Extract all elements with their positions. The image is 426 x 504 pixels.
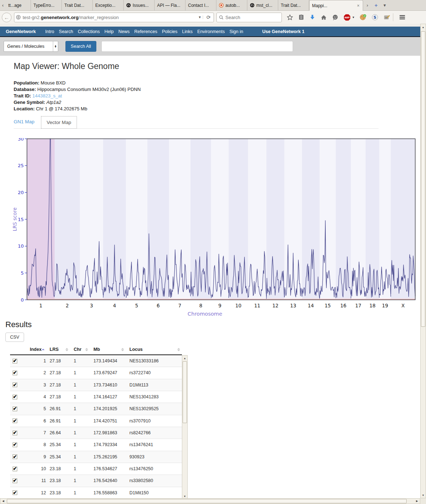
csv-export-button[interactable]: CSV	[5, 333, 24, 342]
table-scrollbar[interactable]: ▲ ▼	[182, 355, 188, 499]
scrapbook-edit-icon[interactable]: se	[383, 14, 390, 21]
tab-overflow-icon[interactable]: ›	[363, 0, 372, 10]
row-checkbox[interactable]: ✔	[13, 478, 17, 483]
browser-tab-1[interactable]: tt...age	[6, 0, 31, 10]
sort-arrows-icon[interactable]	[121, 348, 124, 351]
row-checkbox[interactable]: ✔	[13, 371, 17, 375]
nav-item-news[interactable]: News	[118, 29, 129, 34]
back-button[interactable]: ←	[2, 13, 12, 22]
page-scroll-left-icon[interactable]: ◀	[0, 499, 6, 504]
tab-scroll-left-icon[interactable]: ‹	[0, 0, 6, 10]
url-dropdown-icon[interactable]: ▼	[197, 15, 203, 19]
cell-locus: rs8242766	[126, 430, 182, 435]
cell-lrs: 23.18	[46, 478, 70, 483]
page-vscrollbar-thumb[interactable]	[421, 31, 425, 327]
browser-tab-6[interactable]: API — Fla...	[155, 0, 185, 10]
table-scroll-down-icon[interactable]: ▼	[182, 494, 187, 499]
chromosome-band-15	[320, 139, 336, 300]
nav-item-search[interactable]: Search	[59, 29, 73, 34]
new-tab-button[interactable]: +	[372, 0, 380, 10]
browser-search-box[interactable]	[216, 13, 282, 22]
page-hscrollbar-thumb[interactable]	[7, 499, 407, 503]
reload-icon[interactable]: ⟳	[205, 14, 212, 20]
page-vertical-scrollbar[interactable]: ▲ ▼	[420, 24, 426, 498]
row-checkbox[interactable]: ✔	[13, 359, 17, 363]
site-search-input[interactable]	[101, 41, 293, 52]
table-scroll-up-icon[interactable]: ▲	[182, 356, 187, 361]
sort-arrows-icon[interactable]	[65, 348, 68, 351]
cell-mb: 173.679247	[90, 370, 126, 375]
tab-gn1-map[interactable]: GN1 Map	[14, 119, 35, 125]
browser-tab-8[interactable]: autob...	[216, 0, 247, 10]
row-checkbox[interactable]: ✔	[13, 454, 17, 459]
adblock-dropdown-icon[interactable]: ▼	[352, 16, 355, 19]
nav-item-links[interactable]: Links	[182, 29, 193, 34]
x-tick-chr-12: 12	[272, 303, 278, 308]
browser-tab-11[interactable]: Mappi...×	[309, 0, 363, 11]
browser-search-input[interactable]	[225, 15, 272, 20]
menu-hamburger-icon[interactable]	[399, 14, 406, 21]
chat-smiley-icon[interactable]	[332, 14, 339, 21]
nav-item-references[interactable]: References	[134, 29, 157, 34]
row-checkbox[interactable]: ✔	[13, 431, 17, 435]
row-checkbox[interactable]: ✔	[13, 467, 17, 471]
browser-tab-2[interactable]: TypeErro...	[31, 0, 62, 10]
browser-tab-4[interactable]: Exceptio...	[93, 0, 124, 10]
url-text[interactable]: test-gn2.genenetwork.org/marker_regressi…	[23, 15, 195, 20]
adblock-abp-icon[interactable]: ABP	[343, 14, 351, 21]
url-bar[interactable]: test-gn2.genenetwork.org/marker_regressi…	[14, 13, 214, 22]
cell-mb: 174.164127	[90, 394, 126, 399]
nav-item-help[interactable]: Help	[105, 29, 114, 34]
column-header-mb[interactable]: Mb	[90, 344, 126, 354]
sort-arrows-icon[interactable]	[42, 349, 45, 350]
cookie-check-icon[interactable]	[359, 14, 367, 21]
sort-arrows-icon[interactable]	[177, 348, 180, 351]
chromosome-band-3	[80, 139, 103, 300]
column-header-locus[interactable]: Locus	[126, 344, 182, 354]
row-checkbox[interactable]: ✔	[13, 407, 17, 411]
browser-tab-5[interactable]: Issues...	[124, 0, 155, 10]
tab-close-icon[interactable]: ×	[356, 3, 360, 8]
session-s-icon[interactable]: S	[371, 14, 379, 21]
page-scroll-up-icon[interactable]: ▲	[421, 24, 426, 30]
nav-item-collections[interactable]: Collections	[78, 29, 100, 34]
browser-tab-3[interactable]: Trait Dat...	[62, 0, 93, 10]
brand-genenetwork[interactable]: GeneNetwork	[6, 29, 36, 34]
cell-locus: 930923	[126, 454, 182, 459]
browser-tab-10[interactable]: Trait Dat...	[278, 0, 309, 10]
page-horizontal-scrollbar[interactable]: ◀ ▶	[0, 498, 420, 504]
table-scrollbar-thumb[interactable]	[183, 361, 187, 423]
nav-item-sign-in[interactable]: Sign in	[229, 29, 243, 34]
tab-dropdown-icon[interactable]: ▾	[380, 0, 389, 10]
downloads-icon[interactable]	[309, 14, 316, 20]
info-value[interactable]: 1443823_s_at	[32, 93, 62, 98]
column-header-chr[interactable]: Chr	[70, 344, 90, 354]
tab-vector-map[interactable]: Vector Map	[41, 116, 77, 129]
page-scroll-down-icon[interactable]: ▼	[421, 492, 426, 498]
home-icon[interactable]	[320, 14, 327, 21]
orange-favicon-icon	[219, 3, 224, 8]
row-checkbox[interactable]: ✔	[13, 443, 17, 447]
page-scroll-right-icon[interactable]: ▶	[414, 499, 420, 504]
browser-tab-9[interactable]: mst_cl...	[247, 0, 278, 10]
row-checkbox[interactable]: ✔	[13, 382, 17, 387]
column-header-index[interactable]: Index	[30, 344, 46, 354]
nav-item-policies[interactable]: Policies	[162, 29, 178, 34]
header-checkbox-column	[10, 344, 30, 354]
row-checkbox[interactable]: ✔	[13, 490, 17, 495]
browser-tab-7[interactable]: Contact I...	[185, 0, 216, 10]
select-caret-icon[interactable]: ▲▼	[53, 41, 58, 51]
column-header-lrs[interactable]: LRS	[46, 344, 70, 354]
sort-arrows-icon[interactable]	[85, 348, 88, 351]
nav-item-environments[interactable]: Environments	[197, 29, 225, 34]
cell-mb: 174.792334	[90, 442, 126, 447]
info-label: Gene Symbol:	[14, 100, 46, 105]
row-checkbox[interactable]: ✔	[13, 395, 17, 399]
nav-item-intro[interactable]: Intro	[45, 29, 54, 34]
row-checkbox[interactable]: ✔	[13, 418, 17, 423]
use-genenetwork1-link[interactable]: Use GeneNetwork 1	[262, 29, 304, 34]
search-all-button[interactable]: Search All	[65, 41, 96, 52]
category-select[interactable]: Genes / Molecules ▲▼	[4, 41, 58, 52]
bookmark-star-icon[interactable]	[287, 14, 293, 21]
reading-list-icon[interactable]	[298, 14, 304, 20]
